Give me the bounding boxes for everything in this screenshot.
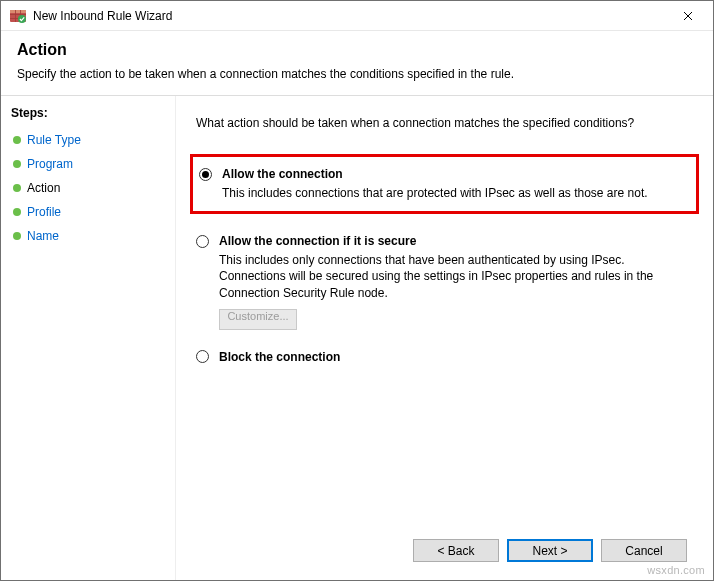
step-name[interactable]: Name: [11, 224, 165, 248]
cancel-button[interactable]: Cancel: [601, 539, 687, 562]
step-label: Program: [27, 157, 73, 171]
close-button[interactable]: [667, 2, 709, 30]
content-pane: What action should be taken when a conne…: [176, 96, 713, 580]
option-allow-desc: This includes connections that are prote…: [222, 185, 686, 201]
step-label: Rule Type: [27, 133, 81, 147]
step-program[interactable]: Program: [11, 152, 165, 176]
watermark: wsxdn.com: [647, 564, 705, 576]
button-row: < Back Next > Cancel: [196, 531, 693, 570]
window-title: New Inbound Rule Wizard: [33, 9, 667, 23]
step-label: Name: [27, 229, 59, 243]
radio-allow-secure[interactable]: [196, 235, 209, 248]
steps-title: Steps:: [11, 106, 165, 120]
radio-block[interactable]: [196, 350, 209, 363]
option-allow-head[interactable]: Allow the connection: [199, 167, 686, 181]
page-heading: Action: [17, 41, 697, 59]
wizard-window: New Inbound Rule Wizard Action Specify t…: [0, 0, 714, 581]
wizard-body: Steps: Rule Type Program Action Profile …: [1, 95, 713, 580]
option-block-head[interactable]: Block the connection: [196, 350, 693, 364]
option-allow-secure: Allow the connection if it is secure Thi…: [196, 234, 693, 330]
radio-allow[interactable]: [199, 168, 212, 181]
option-allow-label: Allow the connection: [222, 167, 343, 181]
close-icon: [683, 11, 693, 21]
bullet-icon: [13, 160, 21, 168]
step-rule-type[interactable]: Rule Type: [11, 128, 165, 152]
back-button[interactable]: < Back: [413, 539, 499, 562]
firewall-icon: [9, 7, 27, 25]
bullet-icon: [13, 232, 21, 240]
svg-point-6: [18, 15, 26, 23]
step-action[interactable]: Action: [11, 176, 165, 200]
customize-button: Customize...: [219, 309, 297, 330]
option-block: Block the connection: [196, 350, 693, 368]
option-allow-secure-desc: This includes only connections that have…: [219, 252, 693, 301]
svg-rect-4: [15, 10, 16, 22]
step-label: Action: [27, 181, 60, 195]
option-block-label: Block the connection: [219, 350, 340, 364]
svg-rect-1: [10, 10, 26, 13]
bullet-icon: [13, 184, 21, 192]
page-subheading: Specify the action to be taken when a co…: [17, 67, 697, 81]
option-allow-secure-head[interactable]: Allow the connection if it is secure: [196, 234, 693, 248]
next-button[interactable]: Next >: [507, 539, 593, 562]
step-profile[interactable]: Profile: [11, 200, 165, 224]
option-allow: Allow the connection This includes conne…: [190, 154, 699, 214]
wizard-header: Action Specify the action to be taken wh…: [1, 31, 713, 95]
svg-rect-2: [10, 14, 26, 15]
titlebar: New Inbound Rule Wizard: [1, 1, 713, 31]
option-allow-secure-label: Allow the connection if it is secure: [219, 234, 416, 248]
step-label: Profile: [27, 205, 61, 219]
bullet-icon: [13, 208, 21, 216]
action-prompt: What action should be taken when a conne…: [196, 116, 693, 130]
steps-pane: Steps: Rule Type Program Action Profile …: [1, 96, 176, 580]
bullet-icon: [13, 136, 21, 144]
